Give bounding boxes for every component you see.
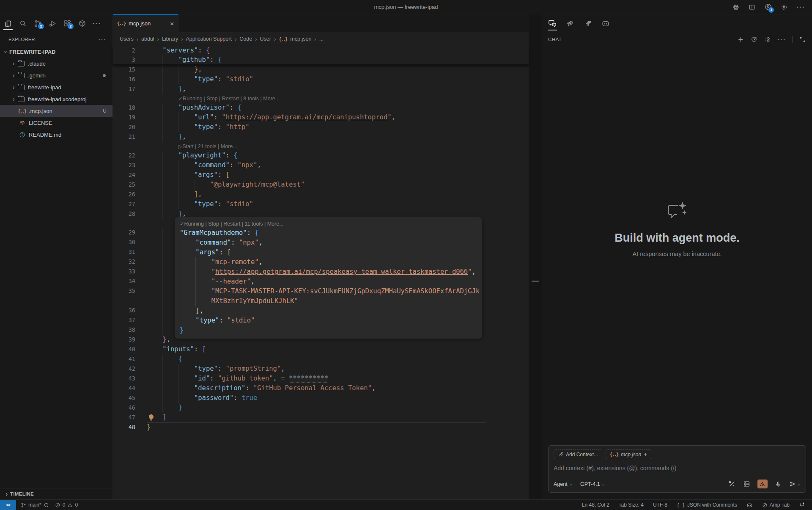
cursor-position-item[interactable]: Ln 48, Col 2 bbox=[579, 502, 612, 508]
more-actions-icon[interactable]: ··· bbox=[796, 3, 805, 11]
model-dropdown[interactable]: GPT-4.1 ⌄ bbox=[580, 481, 605, 487]
line-number: 39 bbox=[113, 335, 147, 345]
codelens-actions[interactable]: ✓Running | Stop | Restart | 11 tools | M… bbox=[180, 221, 284, 227]
remote-indicator[interactable]: >< bbox=[0, 500, 16, 510]
kangaroo-view-icon[interactable] bbox=[582, 17, 594, 30]
warning-icon[interactable] bbox=[757, 480, 768, 488]
amp-view-icon[interactable] bbox=[564, 17, 576, 30]
context-file-chip[interactable]: {..} mcp.json + bbox=[606, 449, 651, 459]
problems-item[interactable]: 0 0 bbox=[52, 502, 81, 508]
line-number: 20 bbox=[113, 122, 147, 132]
robot-view-icon[interactable] bbox=[600, 17, 612, 30]
codelens-row[interactable]: ▷Start | 21 tools | More... bbox=[113, 142, 529, 151]
timeline-section[interactable]: › TIMELINE bbox=[0, 488, 112, 499]
tab-mcp-json[interactable]: {..} mcp.json × bbox=[113, 14, 178, 32]
paperclip-icon bbox=[558, 452, 563, 457]
breadcrumb-separator: › bbox=[255, 36, 257, 42]
codelens-actions[interactable]: ▷Start | 21 tools | More... bbox=[178, 143, 237, 149]
run-debug-icon[interactable] bbox=[47, 17, 58, 30]
close-tab-icon[interactable]: × bbox=[170, 20, 174, 27]
chat-input-placeholder[interactable]: Add context (#), extensions (@), command… bbox=[554, 465, 801, 471]
mcp-servers-icon[interactable] bbox=[743, 480, 751, 488]
panel-resize-sash[interactable] bbox=[529, 14, 542, 499]
activity-more-icon[interactable]: ··· bbox=[91, 17, 102, 30]
explorer-icon[interactable] bbox=[3, 17, 14, 30]
codelens-actions[interactable]: ✓Running | Stop | Restart | 8 tools | Mo… bbox=[178, 96, 280, 102]
json-file-icon: {..} bbox=[610, 451, 618, 458]
code-line-17: 17}, bbox=[113, 84, 529, 94]
code-line-22: 22"playwright": { bbox=[113, 151, 529, 160]
code-line-24: 24"args": [ bbox=[113, 170, 529, 180]
code-editor[interactable]: 2"servers": {3"github": { 15},16"type": … bbox=[113, 46, 529, 499]
code-line-43: 43"id": "github_token", = ********** bbox=[113, 374, 529, 383]
microphone-icon[interactable] bbox=[774, 480, 782, 488]
breadcrumb-segment[interactable]: User bbox=[260, 36, 271, 42]
source-control-icon[interactable]: 2 bbox=[32, 17, 43, 30]
chevron-down-icon: › bbox=[3, 49, 9, 55]
tree-item-.gemini[interactable]: ›.gemini bbox=[0, 69, 112, 81]
indentation-item[interactable]: Tab Size: 4 bbox=[616, 502, 647, 508]
git-branch-item[interactable]: main* bbox=[18, 502, 52, 508]
split-editor-icon[interactable] bbox=[748, 3, 756, 11]
breadcrumb-segment[interactable]: Users bbox=[120, 36, 134, 42]
agent-mode-dropdown[interactable]: Agent ⌄ bbox=[554, 481, 573, 487]
add-context-button[interactable]: Add Context... bbox=[554, 449, 602, 459]
code-line-27: 27"type": "stdio" bbox=[113, 199, 529, 209]
account-icon[interactable]: 1 bbox=[764, 3, 772, 11]
copilot-status-icon[interactable] bbox=[743, 502, 756, 508]
search-icon[interactable] bbox=[17, 17, 28, 30]
hover-peek-widget[interactable]: ✓Running | Stop | Restart | 11 tools | M… bbox=[175, 217, 482, 339]
line-number: 37 bbox=[113, 315, 147, 325]
tree-item-README.md[interactable]: README.md bbox=[0, 129, 112, 141]
extensions-badge: 2 bbox=[68, 23, 74, 29]
settings-gear-icon[interactable] bbox=[780, 3, 788, 11]
tree-item-label: .gemini bbox=[28, 72, 46, 79]
tools-icon[interactable] bbox=[728, 480, 736, 488]
tree-item-.mcp.json[interactable]: {..}.mcp.jsonU bbox=[0, 105, 112, 117]
add-icon[interactable]: + bbox=[644, 451, 647, 458]
remote-explorer-icon[interactable] bbox=[77, 17, 88, 30]
tree-item-LICENSE[interactable]: LICENSE bbox=[0, 117, 112, 129]
breadcrumb-segment[interactable]: abdul bbox=[141, 36, 154, 42]
extensions-icon[interactable]: 2 bbox=[62, 17, 73, 30]
amp-tab-item[interactable]: Amp Tab bbox=[759, 502, 793, 508]
chevron-right-icon: › bbox=[10, 84, 17, 91]
sash-handle[interactable] bbox=[532, 281, 539, 282]
line-number: 46 bbox=[113, 403, 147, 413]
codelens-row[interactable]: ✓Running | Stop | Restart | 8 tools | Mo… bbox=[113, 94, 529, 103]
lightbulb-icon[interactable] bbox=[148, 414, 154, 421]
chat-view-icon[interactable] bbox=[546, 17, 558, 30]
line-number: 28 bbox=[113, 209, 147, 219]
line-number: 18 bbox=[113, 103, 147, 113]
breadcrumb-symbol[interactable]: ... bbox=[319, 36, 324, 42]
branch-label: main* bbox=[28, 502, 41, 508]
line-number: 27 bbox=[113, 199, 147, 209]
tree-item-freewrite-ipad.xcodeproj[interactable]: ›freewrite-ipad.xcodeproj bbox=[0, 93, 112, 105]
code-line-18: 18"pushAdvisor": { bbox=[113, 103, 529, 113]
modified-dot bbox=[103, 74, 106, 77]
notifications-bell-icon[interactable] bbox=[796, 502, 808, 508]
codelens-row[interactable]: ✓Running | Stop | Restart | 11 tools | M… bbox=[180, 219, 482, 228]
encoding-item[interactable]: UTF-8 bbox=[650, 502, 670, 508]
chat-input-box[interactable]: Add Context... {..} mcp.json + Add conte… bbox=[548, 445, 806, 493]
code-line-21: 21}, bbox=[113, 132, 529, 142]
breadcrumb-segment[interactable]: Library bbox=[162, 36, 178, 42]
breadcrumb-segment[interactable]: Application Support bbox=[186, 36, 232, 42]
chevron-right-icon: › bbox=[10, 96, 17, 102]
breadcrumb-file[interactable]: mcp.json bbox=[290, 36, 311, 42]
code-line-wrap: "type": "stdio" bbox=[180, 316, 482, 325]
timeline-label: TIMELINE bbox=[10, 491, 34, 496]
explorer-more-icon[interactable]: ··· bbox=[99, 36, 107, 43]
copilot-swirl-icon[interactable] bbox=[732, 3, 740, 11]
line-number: 47 bbox=[113, 413, 147, 422]
send-button[interactable]: ⌄ bbox=[789, 480, 801, 488]
tree-item-.claude[interactable]: ›.claude bbox=[0, 58, 112, 69]
breadcrumb-segment[interactable]: Code bbox=[239, 36, 252, 42]
language-mode-item[interactable]: { } JSON with Comments bbox=[674, 502, 740, 508]
line-number: 31 bbox=[113, 247, 147, 257]
tree-item-freewrite-ipad[interactable]: ›freewrite-ipad bbox=[0, 81, 112, 93]
line-number: 48 bbox=[113, 422, 147, 432]
tree-root-folder[interactable]: › FREEWRITE-IPAD bbox=[0, 47, 112, 58]
line-number: 35 bbox=[113, 286, 147, 296]
root-folder-label: FREEWRITE-IPAD bbox=[9, 49, 56, 55]
